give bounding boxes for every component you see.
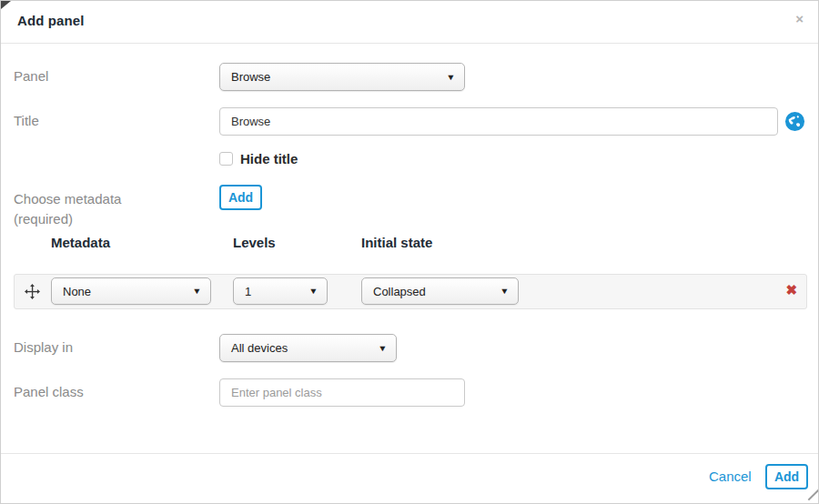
row-levels-select[interactable]: 1 ▼ xyxy=(233,277,328,305)
panel-select[interactable]: Browse ▼ xyxy=(219,63,465,91)
hide-title-checkbox[interactable] xyxy=(219,152,233,166)
dialog-title: Add panel xyxy=(17,13,84,28)
row-levels-select-value: 1 xyxy=(245,285,251,298)
add-button[interactable]: Add xyxy=(765,464,808,489)
panel-label: Panel xyxy=(14,68,48,84)
footer-divider xyxy=(1,453,818,454)
globe-icon[interactable] xyxy=(784,111,805,132)
chevron-down-icon: ▼ xyxy=(192,287,201,296)
corner-artifact xyxy=(1,1,11,9)
delete-row-icon[interactable]: ✖ xyxy=(785,282,797,298)
chevron-down-icon: ▼ xyxy=(446,73,455,82)
resize-corner-artifact xyxy=(808,489,819,501)
choose-metadata-label: Choose metadata (required) xyxy=(14,189,121,229)
add-panel-dialog: Add panel × Panel Browse ▼ Title Hide ti… xyxy=(0,0,819,504)
display-in-select[interactable]: All devices ▼ xyxy=(219,334,397,362)
choose-metadata-label-line2: (required) xyxy=(14,209,121,229)
hide-title-label: Hide title xyxy=(240,151,298,166)
add-metadata-button[interactable]: Add xyxy=(219,185,262,210)
row-initial-state-select-value: Collapsed xyxy=(373,285,426,298)
column-header-levels: Levels xyxy=(233,235,276,250)
panel-select-value: Browse xyxy=(231,70,270,84)
column-header-metadata: Metadata xyxy=(51,235,110,250)
title-label: Title xyxy=(14,113,39,128)
display-in-label: Display in xyxy=(14,339,73,355)
chevron-down-icon: ▼ xyxy=(308,287,318,296)
row-metadata-select[interactable]: None ▼ xyxy=(51,277,211,305)
choose-metadata-label-line1: Choose metadata xyxy=(14,189,121,209)
metadata-row: None ▼ 1 ▼ Collapsed ▼ ✖ xyxy=(14,274,807,309)
display-in-select-value: All devices xyxy=(231,341,288,355)
header-divider xyxy=(1,43,818,44)
panel-class-input[interactable] xyxy=(219,378,465,407)
row-metadata-select-value: None xyxy=(63,285,91,298)
chevron-down-icon: ▼ xyxy=(378,344,387,353)
title-input[interactable] xyxy=(219,107,778,136)
cancel-button[interactable]: Cancel xyxy=(709,469,752,484)
column-header-initial-state: Initial state xyxy=(361,235,432,250)
row-initial-state-select[interactable]: Collapsed ▼ xyxy=(361,277,519,305)
drag-handle-icon[interactable] xyxy=(25,284,40,299)
chevron-down-icon: ▼ xyxy=(500,287,509,296)
panel-class-label: Panel class xyxy=(14,384,84,399)
close-icon[interactable]: × xyxy=(795,12,804,25)
